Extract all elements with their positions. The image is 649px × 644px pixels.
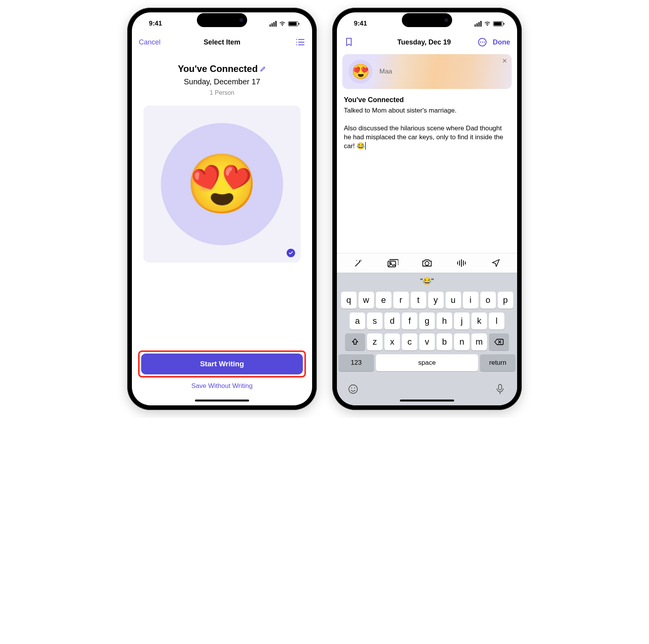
battery-icon: [493, 21, 503, 26]
keyboard-suggestion[interactable]: "😂": [337, 273, 517, 289]
dynamic-island: [402, 13, 452, 27]
numbers-key[interactable]: 123: [338, 354, 374, 371]
key-o[interactable]: o: [480, 292, 496, 309]
key-a[interactable]: a: [350, 313, 365, 330]
save-without-writing-button[interactable]: Save Without Writing: [191, 382, 253, 389]
dynamic-island: [197, 13, 247, 27]
dictation-icon[interactable]: [495, 384, 506, 395]
keyboard-row-4: 123 space return: [338, 354, 516, 371]
photos-icon[interactable]: [387, 258, 398, 268]
nav-title: Select Item: [203, 38, 240, 46]
emoji-icon[interactable]: [348, 384, 359, 395]
status-icons: [270, 21, 298, 27]
cellular-icon: [475, 21, 482, 27]
keyboard-row-2: a s d f g h j k l: [338, 313, 516, 330]
key-p[interactable]: p: [498, 292, 513, 309]
keyboard-bottom: [337, 378, 517, 405]
key-b[interactable]: b: [437, 333, 452, 350]
svg-point-8: [482, 42, 483, 43]
backspace-key[interactable]: [489, 333, 509, 350]
entry-title: You've Connected: [344, 96, 510, 104]
magic-wand-icon[interactable]: [352, 258, 364, 268]
contact-emoji: 😍: [352, 63, 370, 80]
svg-point-12: [425, 261, 429, 265]
key-u[interactable]: u: [446, 292, 461, 309]
status-time: 9:41: [354, 20, 367, 27]
key-x[interactable]: x: [384, 333, 400, 350]
screen-left: 9:41 Cancel Select Item You've Connected: [132, 12, 312, 405]
key-z[interactable]: z: [367, 333, 383, 350]
audio-wave-icon[interactable]: [456, 258, 467, 268]
screen-right: 9:41 Tuesday, Dec 19 Done: [337, 12, 517, 405]
keyboard: q w e r t y u i o p a s d f g h: [337, 289, 517, 378]
space-key[interactable]: space: [376, 354, 478, 371]
keyboard-row-1: q w e r t y u i o p: [338, 292, 516, 309]
list-icon[interactable]: [295, 37, 305, 47]
hero: You've Connected Sunday, December 17 1 P…: [132, 52, 312, 100]
key-l[interactable]: l: [489, 313, 504, 330]
key-y[interactable]: y: [428, 292, 444, 309]
svg-point-19: [351, 388, 352, 389]
contact-name: Maa: [379, 68, 392, 75]
start-writing-button[interactable]: Start Writing: [141, 354, 303, 374]
bookmark-icon[interactable]: [344, 37, 354, 47]
key-e[interactable]: e: [376, 292, 391, 309]
key-d[interactable]: d: [384, 313, 400, 330]
entry[interactable]: You've Connected Talked to Mom about sis…: [337, 89, 517, 151]
home-indicator[interactable]: [195, 400, 249, 401]
hero-date: Sunday, December 17: [140, 77, 304, 86]
shift-key[interactable]: [345, 333, 365, 350]
home-indicator[interactable]: [400, 400, 454, 401]
key-i[interactable]: i: [463, 292, 478, 309]
avatar-emoji: 😍: [186, 150, 258, 218]
wifi-icon: [484, 21, 491, 26]
key-j[interactable]: j: [454, 313, 470, 330]
key-t[interactable]: t: [411, 292, 426, 309]
done-button[interactable]: Done: [493, 38, 510, 46]
svg-point-4: [296, 44, 297, 45]
close-icon[interactable]: ✕: [502, 57, 507, 65]
hero-title: You've Connected: [178, 63, 258, 74]
cancel-button[interactable]: Cancel: [139, 38, 161, 46]
bottom-actions: Start Writing Save Without Writing: [132, 350, 312, 405]
person-card[interactable]: 😍: [143, 106, 301, 263]
camera-icon[interactable]: [421, 258, 433, 268]
keyboard-area: "😂" q w e r t y u i o p a s d: [337, 253, 517, 405]
key-f[interactable]: f: [402, 313, 417, 330]
cellular-icon: [270, 21, 277, 27]
navbar: Cancel Select Item: [132, 35, 312, 52]
wifi-icon: [279, 21, 286, 26]
hero-subtitle: 1 Person: [140, 89, 304, 96]
key-v[interactable]: v: [419, 333, 435, 350]
key-q[interactable]: q: [341, 292, 357, 309]
key-h[interactable]: h: [437, 313, 452, 330]
input-toolbar: [337, 253, 517, 273]
contact-card[interactable]: 😍 Maa ✕: [342, 54, 512, 89]
nav-title: Tuesday, Dec 19: [397, 38, 451, 46]
battery-icon: [288, 21, 298, 26]
key-c[interactable]: c: [402, 333, 417, 350]
svg-point-7: [480, 42, 481, 43]
keyboard-row-3: z x c v b n m: [338, 333, 516, 350]
edit-icon[interactable]: [260, 66, 266, 72]
key-r[interactable]: r: [393, 292, 409, 309]
key-w[interactable]: w: [359, 292, 374, 309]
more-icon[interactable]: [477, 37, 487, 47]
key-k[interactable]: k: [471, 313, 487, 330]
svg-point-0: [296, 39, 297, 40]
svg-rect-21: [499, 384, 502, 390]
key-m[interactable]: m: [471, 333, 487, 350]
phone-left: 9:41 Cancel Select Item You've Connected: [127, 8, 317, 410]
svg-point-9: [484, 42, 485, 43]
phone-right: 9:41 Tuesday, Dec 19 Done: [332, 8, 522, 410]
return-key[interactable]: return: [480, 354, 516, 371]
key-g[interactable]: g: [419, 313, 435, 330]
highlight-box: Start Writing: [138, 350, 306, 378]
key-s[interactable]: s: [367, 313, 383, 330]
location-icon[interactable]: [490, 258, 502, 268]
contact-avatar: 😍: [348, 60, 372, 84]
status-time: 9:41: [149, 20, 162, 27]
key-n[interactable]: n: [454, 333, 470, 350]
entry-body[interactable]: Talked to Mom about sister's marriage. A…: [344, 106, 510, 151]
status-icons: [475, 21, 503, 27]
